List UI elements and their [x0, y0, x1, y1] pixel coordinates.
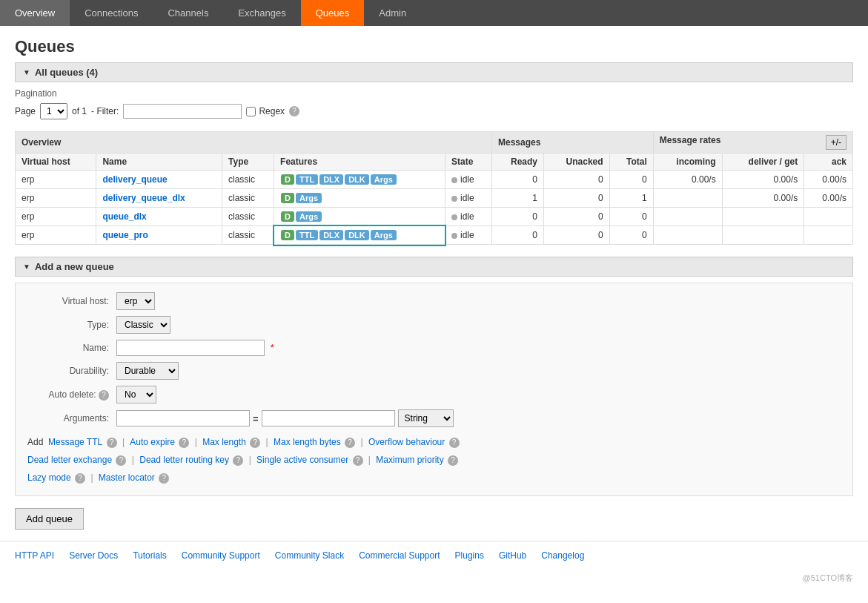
feature-tag-args: Args — [371, 174, 397, 185]
add-queue-label: Add a new queue — [35, 261, 114, 272]
footer-server-docs[interactable]: Server Docs — [69, 550, 118, 561]
footer-community-slack[interactable]: Community Slack — [275, 550, 344, 561]
add-auto-expire[interactable]: Auto expire — [130, 437, 175, 447]
watermark: @51CTO博客 — [0, 570, 868, 590]
arguments-row: Arguments: = String Number Boolean — [27, 409, 841, 427]
pagination-label: Pagination — [15, 88, 853, 99]
dlrk-help[interactable]: ? — [233, 455, 243, 466]
all-queues-header[interactable]: ▼ All queues (4) — [15, 62, 853, 82]
table-row[interactable]: erp delivery_queue_dlx classic DArgs idl… — [16, 189, 853, 208]
filter-input[interactable] — [123, 104, 242, 119]
cell-incoming: 0.00/s — [653, 171, 722, 189]
feature-tag-args: Args — [296, 193, 322, 203]
args-key-input[interactable] — [116, 410, 250, 426]
cell-total: 0 — [609, 208, 653, 226]
page-content: Queues ▼ All queues (4) Pagination Page … — [0, 26, 868, 541]
cell-state: idle — [445, 189, 491, 208]
add-message-ttl[interactable]: Message TTL — [48, 437, 102, 447]
durability-select[interactable]: Durable Transient — [116, 362, 179, 380]
feature-tag-d: D — [281, 230, 294, 240]
vhost-control: erp — [116, 292, 155, 310]
regex-checkbox[interactable] — [246, 107, 256, 116]
state-cell: idle — [451, 230, 474, 240]
max-length-bytes-help[interactable]: ? — [345, 438, 355, 448]
cell-ack — [804, 226, 853, 245]
add-maximum-priority[interactable]: Maximum priority — [376, 455, 443, 465]
overflow-help[interactable]: ? — [449, 438, 460, 448]
auto-delete-control: No Yes — [116, 386, 156, 403]
state-cell: idle — [451, 193, 474, 203]
dle-help[interactable]: ? — [116, 455, 126, 466]
table-row[interactable]: erp delivery_queue classic DTTLDLXDLKArg… — [16, 171, 853, 189]
add-single-active-consumer[interactable]: Single active consumer — [256, 455, 348, 465]
add-dead-letter-exchange[interactable]: Dead letter exchange — [27, 455, 112, 465]
type-select[interactable]: Classic — [116, 316, 170, 334]
footer-plugins[interactable]: Plugins — [455, 550, 484, 561]
cell-name[interactable]: queue_dlx — [96, 208, 222, 226]
nav-connections[interactable]: Connections — [70, 0, 153, 26]
add-master-locator[interactable]: Master locator — [99, 472, 155, 483]
footer-changelog[interactable]: Changelog — [541, 550, 584, 561]
add-queue-header[interactable]: ▼ Add a new queue — [15, 257, 853, 277]
nav-exchanges[interactable]: Exchanges — [223, 0, 300, 26]
group-messages: Messages — [491, 132, 653, 154]
cell-ack: 0.00/s — [804, 171, 853, 189]
lazy-help[interactable]: ? — [75, 473, 85, 484]
cell-type: classic — [222, 226, 274, 245]
type-label: Type: — [27, 320, 109, 330]
max-length-help[interactable]: ? — [250, 438, 260, 448]
cell-ack — [804, 208, 853, 226]
name-input[interactable] — [116, 340, 265, 356]
feature-tag-ttl: TTL — [296, 230, 318, 240]
master-help[interactable]: ? — [159, 473, 169, 484]
cell-incoming — [653, 208, 722, 226]
pagination-row: Page 1 of 1 - Filter: Regex ? — [15, 103, 853, 119]
cell-name[interactable]: delivery_queue_dlx — [96, 189, 222, 208]
add-max-length[interactable]: Max length — [202, 437, 246, 447]
args-input-row: = String Number Boolean — [116, 409, 454, 427]
plus-minus-button[interactable]: +/- — [826, 135, 847, 150]
nav-channels[interactable]: Channels — [153, 0, 223, 26]
auto-delete-select[interactable]: No Yes — [116, 386, 156, 403]
auto-delete-label: Auto delete: ? — [27, 389, 109, 401]
auto-delete-help-icon[interactable]: ? — [99, 390, 109, 401]
cell-features: DArgs — [274, 189, 445, 208]
nav-admin[interactable]: Admin — [364, 0, 421, 26]
args-equals: = — [253, 413, 259, 424]
queue-table: Overview Messages Message rates +/- Virt… — [15, 131, 853, 245]
footer-community-support[interactable]: Community Support — [182, 550, 260, 561]
feature-tag-d: D — [281, 193, 294, 203]
nav-queues[interactable]: Queues — [301, 0, 365, 26]
table-row[interactable]: erp queue_dlx classic DArgs idle 0 0 0 — [16, 208, 853, 226]
page-label: Page — [15, 106, 36, 116]
args-value-input[interactable] — [262, 410, 395, 426]
message-ttl-help[interactable]: ? — [107, 438, 117, 448]
add-max-length-bytes[interactable]: Max length bytes — [274, 437, 341, 447]
sac-help[interactable]: ? — [353, 455, 363, 466]
auto-expire-help[interactable]: ? — [179, 438, 189, 448]
cell-type: classic — [222, 171, 274, 189]
footer-http-api[interactable]: HTTP API — [15, 550, 54, 561]
cell-name[interactable]: queue_pro — [96, 226, 222, 245]
add-queue-form: Virtual host: erp Type: Classic Name: * — [15, 283, 853, 496]
feature-tag-d: D — [281, 211, 294, 222]
vhost-select[interactable]: erp — [116, 292, 155, 310]
add-queue-button[interactable]: Add queue — [15, 508, 84, 530]
cell-unacked: 0 — [544, 189, 610, 208]
nav-overview[interactable]: Overview — [0, 0, 70, 26]
add-overflow-behaviour[interactable]: Overflow behaviour — [368, 437, 445, 447]
args-type-select[interactable]: String Number Boolean — [398, 409, 454, 427]
footer-commercial-support[interactable]: Commercial Support — [359, 550, 440, 561]
cell-name[interactable]: delivery_queue — [96, 171, 222, 189]
footer-tutorials[interactable]: Tutorials — [133, 550, 167, 561]
page-select[interactable]: 1 — [40, 103, 67, 119]
vhost-label: Virtual host: — [27, 296, 109, 306]
regex-help-icon[interactable]: ? — [289, 106, 299, 116]
footer-github[interactable]: GitHub — [499, 550, 526, 561]
col-ready: Ready — [491, 154, 543, 171]
add-dead-letter-routing-key[interactable]: Dead letter routing key — [139, 455, 229, 465]
add-lazy-mode[interactable]: Lazy mode — [27, 472, 71, 483]
mp-help[interactable]: ? — [448, 455, 458, 466]
arguments-control: = String Number Boolean — [116, 409, 454, 427]
table-row[interactable]: erp queue_pro classic DTTLDLXDLKArgs idl… — [16, 226, 853, 245]
